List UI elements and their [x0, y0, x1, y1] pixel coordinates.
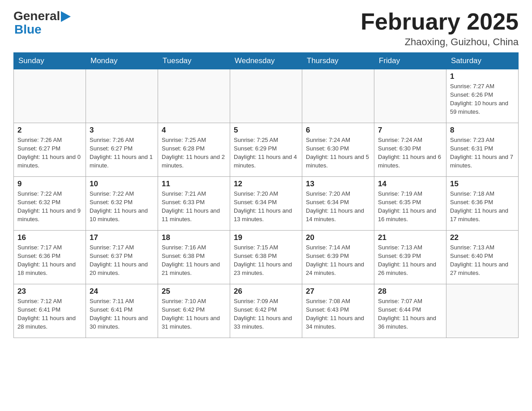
- day-info: Sunrise: 7:19 AMSunset: 6:35 PMDaylight:…: [378, 190, 442, 223]
- table-row: 14Sunrise: 7:19 AMSunset: 6:35 PMDayligh…: [374, 177, 446, 231]
- table-row: [374, 69, 446, 123]
- day-info: Sunrise: 7:20 AMSunset: 6:34 PMDaylight:…: [306, 190, 370, 223]
- table-row: 27Sunrise: 7:08 AMSunset: 6:43 PMDayligh…: [302, 284, 374, 338]
- calendar-week-row: 9Sunrise: 7:22 AMSunset: 6:32 PMDaylight…: [14, 177, 519, 231]
- table-row: 26Sunrise: 7:09 AMSunset: 6:42 PMDayligh…: [230, 284, 302, 338]
- calendar-header-row: Sunday Monday Tuesday Wednesday Thursday…: [14, 53, 519, 69]
- table-row: 1Sunrise: 7:27 AMSunset: 6:26 PMDaylight…: [446, 69, 519, 123]
- day-info: Sunrise: 7:07 AMSunset: 6:44 PMDaylight:…: [378, 297, 442, 331]
- table-row: 24Sunrise: 7:11 AMSunset: 6:41 PMDayligh…: [86, 284, 158, 338]
- table-row: 25Sunrise: 7:10 AMSunset: 6:42 PMDayligh…: [158, 284, 230, 338]
- table-row: [14, 69, 86, 123]
- location-label: Zhaoxing, Guizhou, China: [360, 36, 519, 48]
- table-row: 5Sunrise: 7:25 AMSunset: 6:29 PMDaylight…: [230, 123, 302, 177]
- day-number: 6: [306, 126, 370, 135]
- day-info: Sunrise: 7:17 AMSunset: 6:37 PMDaylight:…: [90, 244, 154, 277]
- logo-arrow-icon: [61, 11, 71, 22]
- table-row: 8Sunrise: 7:23 AMSunset: 6:31 PMDaylight…: [446, 123, 519, 177]
- col-sunday: Sunday: [14, 53, 86, 69]
- day-number: 2: [17, 126, 82, 135]
- day-number: 3: [90, 126, 154, 135]
- day-number: 26: [234, 287, 298, 296]
- day-number: 1: [450, 72, 515, 81]
- table-row: 12Sunrise: 7:20 AMSunset: 6:34 PMDayligh…: [230, 177, 302, 231]
- col-tuesday: Tuesday: [158, 53, 230, 69]
- table-row: 4Sunrise: 7:25 AMSunset: 6:28 PMDaylight…: [158, 123, 230, 177]
- table-row: 2Sunrise: 7:26 AMSunset: 6:27 PMDaylight…: [14, 123, 86, 177]
- page-header: General Blue February 2025 Zhaoxing, Gui…: [13, 9, 519, 48]
- day-info: Sunrise: 7:21 AMSunset: 6:33 PMDaylight:…: [162, 190, 226, 223]
- day-number: 12: [234, 180, 298, 188]
- table-row: 13Sunrise: 7:20 AMSunset: 6:34 PMDayligh…: [302, 177, 374, 231]
- day-number: 14: [378, 180, 442, 188]
- table-row: [302, 69, 374, 123]
- day-info: Sunrise: 7:26 AMSunset: 6:27 PMDaylight:…: [90, 136, 154, 170]
- day-info: Sunrise: 7:25 AMSunset: 6:28 PMDaylight:…: [162, 136, 226, 170]
- day-info: Sunrise: 7:08 AMSunset: 6:43 PMDaylight:…: [306, 297, 370, 331]
- day-info: Sunrise: 7:14 AMSunset: 6:39 PMDaylight:…: [306, 244, 370, 277]
- col-friday: Friday: [374, 53, 446, 69]
- table-row: [86, 69, 158, 123]
- day-number: 27: [306, 287, 370, 296]
- table-row: 11Sunrise: 7:21 AMSunset: 6:33 PMDayligh…: [158, 177, 230, 231]
- table-row: 10Sunrise: 7:22 AMSunset: 6:32 PMDayligh…: [86, 177, 158, 231]
- day-number: 28: [378, 287, 442, 296]
- logo-general-text: General: [13, 9, 60, 23]
- table-row: 21Sunrise: 7:13 AMSunset: 6:39 PMDayligh…: [374, 231, 446, 284]
- day-info: Sunrise: 7:13 AMSunset: 6:40 PMDaylight:…: [450, 244, 515, 277]
- day-number: 18: [162, 233, 226, 242]
- calendar-week-row: 2Sunrise: 7:26 AMSunset: 6:27 PMDaylight…: [14, 123, 519, 177]
- day-number: 17: [90, 233, 154, 242]
- day-number: 16: [17, 233, 82, 242]
- day-number: 15: [450, 180, 515, 188]
- day-info: Sunrise: 7:24 AMSunset: 6:30 PMDaylight:…: [306, 136, 370, 170]
- calendar-week-row: 1Sunrise: 7:27 AMSunset: 6:26 PMDaylight…: [14, 69, 519, 123]
- day-info: Sunrise: 7:20 AMSunset: 6:34 PMDaylight:…: [234, 190, 298, 223]
- day-number: 22: [450, 233, 515, 242]
- day-number: 11: [162, 180, 226, 188]
- day-number: 4: [162, 126, 226, 135]
- day-info: Sunrise: 7:22 AMSunset: 6:32 PMDaylight:…: [17, 190, 82, 223]
- day-number: 9: [17, 180, 82, 188]
- day-number: 19: [234, 233, 298, 242]
- table-row: 20Sunrise: 7:14 AMSunset: 6:39 PMDayligh…: [302, 231, 374, 284]
- logo: General Blue: [13, 9, 71, 37]
- day-number: 13: [306, 180, 370, 188]
- day-info: Sunrise: 7:17 AMSunset: 6:36 PMDaylight:…: [17, 244, 82, 277]
- day-info: Sunrise: 7:09 AMSunset: 6:42 PMDaylight:…: [234, 297, 298, 331]
- table-row: 19Sunrise: 7:15 AMSunset: 6:38 PMDayligh…: [230, 231, 302, 284]
- table-row: 3Sunrise: 7:26 AMSunset: 6:27 PMDaylight…: [86, 123, 158, 177]
- table-row: [446, 284, 519, 338]
- table-row: 15Sunrise: 7:18 AMSunset: 6:36 PMDayligh…: [446, 177, 519, 231]
- day-info: Sunrise: 7:24 AMSunset: 6:30 PMDaylight:…: [378, 136, 442, 170]
- calendar-table: Sunday Monday Tuesday Wednesday Thursday…: [13, 52, 519, 338]
- day-info: Sunrise: 7:15 AMSunset: 6:38 PMDaylight:…: [234, 244, 298, 277]
- calendar-title: February 2025: [360, 9, 519, 34]
- col-thursday: Thursday: [302, 53, 374, 69]
- day-number: 10: [90, 180, 154, 188]
- day-info: Sunrise: 7:13 AMSunset: 6:39 PMDaylight:…: [378, 244, 442, 277]
- col-wednesday: Wednesday: [230, 53, 302, 69]
- day-number: 20: [306, 233, 370, 242]
- day-info: Sunrise: 7:18 AMSunset: 6:36 PMDaylight:…: [450, 190, 515, 223]
- calendar-week-row: 23Sunrise: 7:12 AMSunset: 6:41 PMDayligh…: [14, 284, 519, 338]
- day-number: 25: [162, 287, 226, 296]
- table-row: 28Sunrise: 7:07 AMSunset: 6:44 PMDayligh…: [374, 284, 446, 338]
- col-monday: Monday: [86, 53, 158, 69]
- table-row: 18Sunrise: 7:16 AMSunset: 6:38 PMDayligh…: [158, 231, 230, 284]
- table-row: [158, 69, 230, 123]
- day-info: Sunrise: 7:25 AMSunset: 6:29 PMDaylight:…: [234, 136, 298, 170]
- table-row: 22Sunrise: 7:13 AMSunset: 6:40 PMDayligh…: [446, 231, 519, 284]
- day-number: 5: [234, 126, 298, 135]
- table-row: 17Sunrise: 7:17 AMSunset: 6:37 PMDayligh…: [86, 231, 158, 284]
- table-row: 7Sunrise: 7:24 AMSunset: 6:30 PMDaylight…: [374, 123, 446, 177]
- table-row: [230, 69, 302, 123]
- day-number: 24: [90, 287, 154, 296]
- title-section: February 2025 Zhaoxing, Guizhou, China: [360, 9, 519, 48]
- day-info: Sunrise: 7:16 AMSunset: 6:38 PMDaylight:…: [162, 244, 226, 277]
- table-row: 9Sunrise: 7:22 AMSunset: 6:32 PMDaylight…: [14, 177, 86, 231]
- table-row: 23Sunrise: 7:12 AMSunset: 6:41 PMDayligh…: [14, 284, 86, 338]
- calendar-week-row: 16Sunrise: 7:17 AMSunset: 6:36 PMDayligh…: [14, 231, 519, 284]
- logo-blue-text: Blue: [14, 22, 42, 37]
- day-info: Sunrise: 7:23 AMSunset: 6:31 PMDaylight:…: [450, 136, 515, 170]
